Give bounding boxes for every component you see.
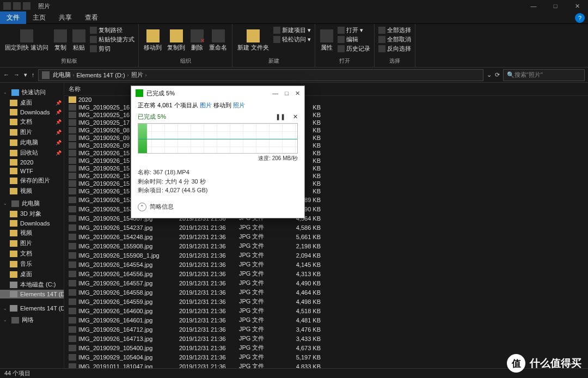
sidebar-item[interactable]: Downloads <box>0 219 64 228</box>
dialog-maximize-button[interactable]: □ <box>285 90 289 97</box>
sidebar-item[interactable]: Downloads📌 <box>0 108 64 117</box>
file-icon <box>69 354 76 361</box>
sidebar-item[interactable]: 保存的图片 <box>0 175 64 186</box>
file-icon <box>69 112 76 118</box>
file-row[interactable]: IMG_20190926_164559.jpg2019/12/31 21:36J… <box>64 297 588 306</box>
open-button[interactable]: 打开 ▾ <box>338 26 370 34</box>
moveto-button[interactable]: 移动到 <box>141 25 164 56</box>
file-icon <box>69 165 76 172</box>
file-row[interactable]: IMG_20190926_155908_1.jpg2019/12/31 21:3… <box>64 251 588 260</box>
sidebar-item[interactable]: 桌面 <box>0 269 64 279</box>
minimize-button[interactable]: — <box>523 0 544 12</box>
search-input[interactable]: 🔍 搜索"照片" <box>503 69 585 81</box>
file-icon <box>69 127 76 133</box>
folder-icon <box>10 129 17 136</box>
cancel-button[interactable]: ✕ <box>293 113 298 120</box>
file-row[interactable]: IMG_20190929_105400.jpg2019/12/31 21:36J… <box>64 343 588 352</box>
copy-progress-dialog: 已完成 5% — □ ✕ 正在将 4,081 个项目从 图片 移动到 照片 已完… <box>131 86 305 218</box>
refresh-icon[interactable]: ⟳ <box>495 71 500 78</box>
qat-icon[interactable] <box>13 2 21 10</box>
folder-icon <box>10 150 17 156</box>
tab-file[interactable]: 文件 <box>0 11 26 24</box>
folder-icon <box>10 282 17 288</box>
pin-button[interactable]: 固定到快 速访问 <box>2 25 51 56</box>
dialog-close-button[interactable]: ✕ <box>295 90 300 97</box>
up-button[interactable]: ↑ <box>32 71 35 78</box>
file-row[interactable]: IMG_20190926_164601.jpg2019/12/31 21:36J… <box>64 315 588 325</box>
sidebar-item[interactable]: Elements 14T (D:) <box>0 290 64 298</box>
recent-button[interactable]: ▾ <box>24 71 27 78</box>
sidebar-item[interactable]: 视频 <box>0 186 64 196</box>
sidebar-item[interactable]: 图片📌 <box>0 127 64 137</box>
tab-home[interactable]: 主页 <box>26 11 52 24</box>
copy-button[interactable]: 复制 <box>51 25 70 56</box>
maximize-button[interactable]: □ <box>544 0 566 12</box>
sidebar-item[interactable]: 本地磁盘 (C:) <box>0 279 64 290</box>
easy-access-button[interactable]: 轻松访问 ▾ <box>273 35 311 44</box>
sidebar-item[interactable]: 3D 对象 <box>0 209 64 219</box>
edit-button[interactable]: 编辑 <box>338 35 370 44</box>
folder-icon <box>10 119 17 125</box>
sidebar-item[interactable]: 视频 <box>0 228 64 238</box>
file-icon <box>69 243 76 249</box>
delete-button[interactable]: 删除 <box>188 25 206 56</box>
sidebar-item[interactable]: ⌄此电脑 <box>0 198 64 209</box>
pause-button[interactable]: ❚❚ <box>275 113 285 120</box>
cut-button[interactable]: 剪切 <box>90 45 134 53</box>
sidebar-item[interactable]: 回收站📌 <box>0 148 64 158</box>
file-row[interactable]: IMG_20190926_155908.jpg2019/12/31 21:36J… <box>64 241 588 251</box>
copyto-button[interactable]: 复制到 <box>164 25 188 56</box>
back-button[interactable]: ← <box>3 71 9 78</box>
history-button[interactable]: 历史记录 <box>338 45 370 53</box>
sidebar-item[interactable]: ⌄网络 <box>0 315 64 325</box>
file-row[interactable]: IMG_20190926_164712.jpg2019/12/31 21:36J… <box>64 325 588 334</box>
file-icon <box>69 142 76 149</box>
file-icon <box>69 308 76 314</box>
file-row[interactable]: IMG_20190926_154248.jpg2019/12/31 21:36J… <box>64 232 588 241</box>
sidebar-item[interactable]: 2020 <box>0 158 64 167</box>
folder-icon <box>10 240 17 247</box>
sidebar-item[interactable]: ⌄快速访问 <box>0 87 64 97</box>
file-row[interactable]: IMG_20190926_164556.jpg2019/12/31 21:36J… <box>64 269 588 278</box>
transfer-description: 正在将 4,081 个项目从 图片 移动到 照片 <box>138 101 298 109</box>
folder-icon <box>10 291 17 297</box>
sidebar-item[interactable]: ⌄Elements 14T (D:) <box>0 304 64 313</box>
copy-path-button[interactable]: 复制路径 <box>90 26 134 34</box>
paste-shortcut-button[interactable]: 粘贴快捷方式 <box>90 35 134 44</box>
sidebar-item[interactable]: 文档 <box>0 248 64 259</box>
dialog-minimize-button[interactable]: — <box>272 90 278 97</box>
file-row[interactable]: IMG_20190926_164554.jpg2019/12/31 21:36J… <box>64 260 588 269</box>
select-none-button[interactable]: 全部取消 <box>378 35 411 44</box>
qat-icon[interactable] <box>23 2 30 10</box>
forward-button[interactable]: → <box>14 71 20 78</box>
close-button[interactable]: ✕ <box>566 0 588 12</box>
file-row[interactable]: IMG_20190926_154237.jpg2019/12/31 21:36J… <box>64 223 588 232</box>
file-row[interactable]: IMG_20190926_164557.jpg2019/12/31 21:36J… <box>64 278 588 288</box>
sidebar-item[interactable]: 文档📌 <box>0 117 64 127</box>
select-invert-button[interactable]: 反向选择 <box>378 45 411 53</box>
more-details-toggle[interactable]: ⌃ 简略信息 <box>138 203 298 211</box>
sidebar-item[interactable]: 音乐 <box>0 259 64 269</box>
sidebar-item[interactable]: 桌面📌 <box>0 97 64 108</box>
chevron-up-icon: ⌃ <box>138 203 146 211</box>
sidebar-item[interactable]: WTF <box>0 167 64 175</box>
dropdown-icon[interactable]: ⌄ <box>487 71 492 78</box>
folder-icon <box>10 100 17 106</box>
select-all-button[interactable]: 全部选择 <box>378 26 411 34</box>
tab-view[interactable]: 查看 <box>78 11 105 24</box>
sidebar-item[interactable]: 图片 <box>0 238 64 248</box>
help-icon[interactable]: ? <box>575 13 585 23</box>
file-row[interactable]: IMG_20190926_164600.jpg2019/12/31 21:36J… <box>64 306 588 315</box>
sidebar-item[interactable]: 此电脑📌 <box>0 137 64 148</box>
properties-button[interactable]: 属性 <box>317 25 336 56</box>
file-icon <box>69 150 76 156</box>
app-icon <box>3 2 11 10</box>
file-row[interactable]: IMG_20190926_164558.jpg2019/12/31 21:36J… <box>64 288 588 297</box>
breadcrumb[interactable]: 此电脑› Elements 14T (D:)› 照片› <box>38 69 484 81</box>
rename-button[interactable]: 重命名 <box>206 25 230 56</box>
new-folder-button[interactable]: 新建 文件夹 <box>235 25 272 56</box>
paste-button[interactable]: 粘贴 <box>70 25 88 56</box>
new-item-button[interactable]: 新建项目 ▾ <box>273 26 311 34</box>
file-row[interactable]: IMG_20190926_164713.jpg2019/12/31 21:36J… <box>64 334 588 343</box>
tab-share[interactable]: 共享 <box>52 11 78 24</box>
